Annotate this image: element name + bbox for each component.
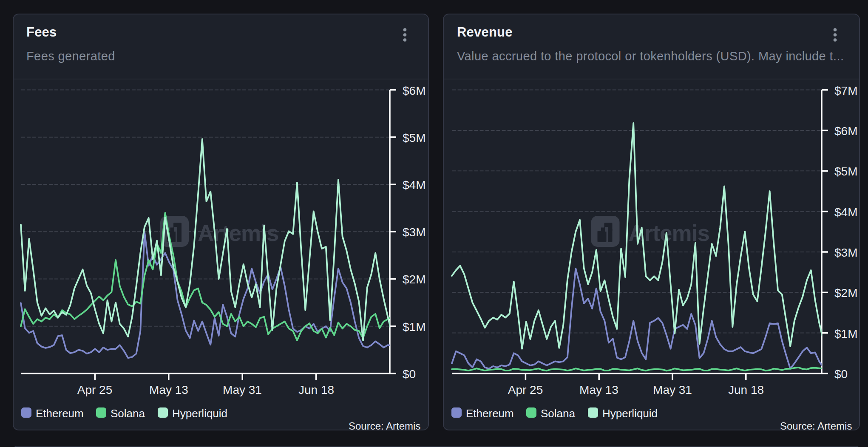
svg-text:Artemis: Artemis <box>198 221 278 246</box>
